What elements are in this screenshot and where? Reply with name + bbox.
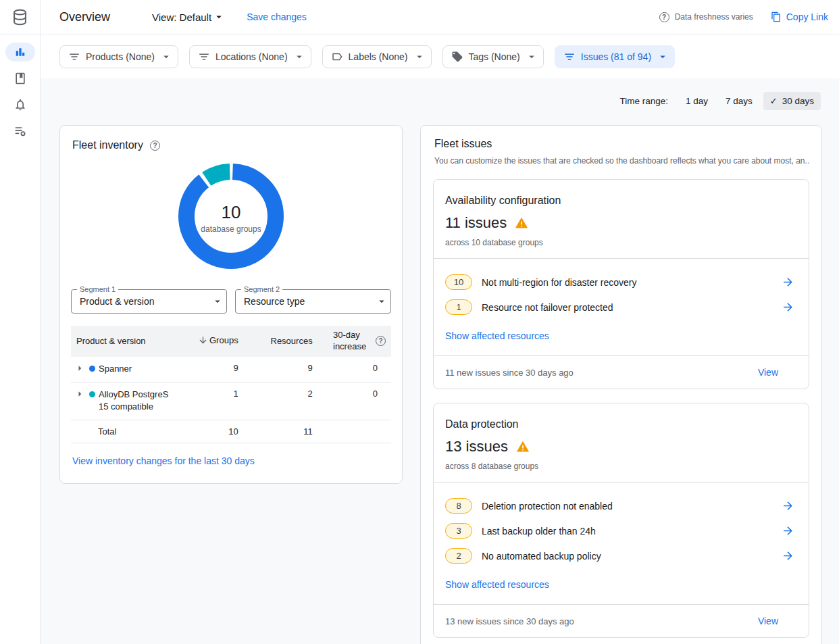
warning-icon [515,216,528,230]
row-increase-value: 0 [318,382,391,420]
filter-chip-tags[interactable]: Tags (None) [442,45,544,68]
top-bar: Overview View: Default Save changes ? Da… [0,0,839,34]
donut-center-label: database groups [201,224,261,234]
top-right-actions: ? Data freshness varies Copy Link [659,11,839,22]
view-inventory-changes-link[interactable]: View inventory changes for the last 30 d… [71,455,255,466]
sort-desc-icon [198,335,208,345]
main-content: Time range: 1 day 7 days ✓ 30 days Fleet… [41,78,839,644]
donut-center-value: 10 [222,202,241,223]
label-icon [331,51,343,63]
segment2-select[interactable]: Segment 2 Resource type [235,289,391,314]
arrow-forward-icon[interactable] [782,276,794,289]
help-icon[interactable]: ? [376,336,386,346]
data-freshness-text: Data freshness varies [675,12,753,22]
issue-row[interactable]: 3 Last backup older than 24h [445,518,797,543]
row-product-name: Spanner [99,363,132,376]
sidebar-item-docs[interactable] [5,69,35,88]
sidebar-item-dashboard[interactable] [5,43,35,61]
segment-selectors: Segment 1 Product & version Segment 2 Re… [71,289,391,314]
issue-card-title: Data protection [445,418,797,430]
arrow-forward-icon[interactable] [782,301,794,314]
expand-arrow-icon[interactable] [74,362,86,374]
time-range-30days-label: 30 days [782,96,814,106]
issue-count-badge: 3 [445,523,472,539]
help-icon[interactable]: ? [150,141,160,151]
view-link[interactable]: View [758,367,797,378]
row-groups-value: 9 [193,357,244,382]
time-range-7days[interactable]: 7 days [719,92,759,110]
column-header-groups[interactable]: Groups [193,326,244,357]
fleet-donut-chart: 10 database groups [176,161,286,274]
chevron-down-icon [213,11,225,23]
copy-icon [771,11,782,22]
warning-icon [516,440,530,453]
filter-icon [563,51,576,63]
time-range-30days[interactable]: ✓ 30 days [763,92,821,110]
filter-chip-locations[interactable]: Locations (None) [189,45,311,68]
filter-chip-labels[interactable]: Labels (None) [322,45,432,68]
app-logo[interactable] [0,0,41,34]
series-dot [89,391,95,397]
issue-label: Deletion protection not enabled [482,501,772,512]
issue-row[interactable]: 8 Deletion protection not enabled [445,493,797,518]
issue-row[interactable]: 2 No automated backup policy [445,543,797,568]
bell-icon [14,98,27,112]
dashboard-icon [14,45,27,59]
row-product-name: AlloyDB PostgreS [99,389,168,399]
total-increase-value [318,420,391,443]
row-product-name-line2: 15 compatible [99,401,153,412]
fleet-issues-subtitle: You can customize the issues that are ch… [433,156,809,166]
view-link[interactable]: View [758,616,797,626]
issue-count: 13 issues [445,438,508,455]
chevron-down-icon [211,295,224,307]
filter-icon [198,51,210,63]
issue-count-badge: 8 [445,498,472,514]
book-icon [14,72,27,85]
table-total-row: Total 10 11 [71,420,391,443]
chevron-down-icon [413,51,426,63]
expand-arrow-icon[interactable] [74,388,86,400]
segment1-select-label: Segment 1 [77,285,118,293]
series-dot [89,366,95,372]
app-root: Overview View: Default Save changes ? Da… [0,0,839,644]
filter-bar: Products (None) Locations (None) Labels … [41,34,839,78]
arrow-forward-icon[interactable] [782,524,794,537]
column-header-resources[interactable]: Resources [244,326,318,357]
filter-chip-issues[interactable]: Issues (81 of 94) [555,45,675,68]
save-changes-link[interactable]: Save changes [247,11,307,22]
filter-chip-label: Products (None) [86,51,155,62]
segment2-select-label: Segment 2 [241,285,282,293]
row-resources-value: 2 [244,382,318,420]
help-icon[interactable]: ? [659,12,669,22]
table-row-spanner[interactable]: Spanner 9 9 0 [71,357,391,382]
filter-chip-label: Tags (None) [469,51,520,62]
column-header-product[interactable]: Product & version [71,326,193,357]
sidebar [0,34,41,644]
issue-count-badge: 2 [445,548,472,564]
inventory-table: Product & version Groups Resources [71,326,391,443]
time-range-1day[interactable]: 1 day [679,92,715,110]
chevron-down-icon [526,51,538,63]
issue-row[interactable]: 10 Not multi-region for disaster recover… [445,270,797,295]
show-affected-resources-link[interactable]: Show affected resources [445,330,549,341]
fleet-issues-title: Fleet issues [433,138,809,150]
segment1-select[interactable]: Segment 1 Product & version [71,289,227,314]
arrow-forward-icon[interactable] [782,499,794,512]
filter-chip-label: Issues (81 of 94) [581,51,651,62]
sidebar-item-notifications[interactable] [5,95,35,114]
sidebar-item-settings[interactable] [5,122,35,141]
view-selector[interactable]: View: Default [152,11,225,23]
issue-row[interactable]: 1 Resource not failover protected [445,295,797,320]
filter-chip-products[interactable]: Products (None) [59,45,178,68]
new-issues-text: 11 new issues since 30 days ago [445,368,574,378]
filter-icon [68,51,80,63]
copy-link-button[interactable]: Copy Link [771,11,828,22]
database-logo-icon [11,8,29,26]
chevron-down-icon [293,51,305,63]
column-header-groups-label: Groups [209,335,238,345]
issue-card-title: Availability configuration [445,195,797,207]
show-affected-resources-link[interactable]: Show affected resources [445,579,549,590]
table-row-alloydb[interactable]: AlloyDB PostgreS 15 compatible 1 2 0 [71,382,391,420]
column-header-increase[interactable]: 30-day increase ? [318,326,391,357]
arrow-forward-icon[interactable] [782,549,794,562]
